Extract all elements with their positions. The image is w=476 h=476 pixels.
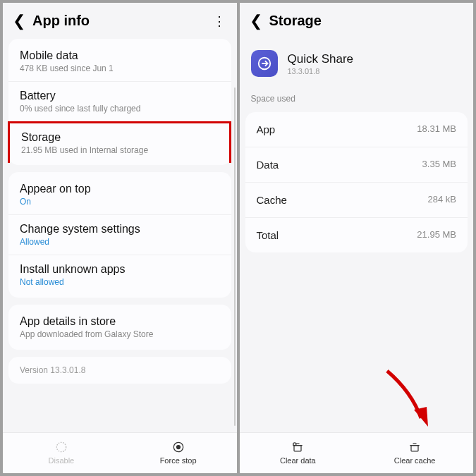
row-title: Battery	[20, 90, 220, 102]
bottom-bar: Clear data Clear cache	[240, 432, 474, 473]
store-section: App details in store App downloaded from…	[8, 305, 231, 350]
svg-rect-7	[411, 446, 418, 451]
force-stop-icon	[171, 440, 185, 454]
disable-icon	[54, 440, 68, 454]
app-info-screen: ❮ App info ⋮ Mobile data 478 KB used sin…	[3, 3, 237, 473]
force-stop-button[interactable]: Force stop	[120, 440, 237, 465]
space-used-label: Space used	[240, 90, 474, 109]
svg-point-6	[293, 443, 296, 446]
more-icon[interactable]: ⋮	[213, 13, 226, 29]
button-label: Force stop	[160, 456, 197, 465]
page-title: App info	[32, 13, 90, 29]
stat-label: App	[257, 123, 276, 135]
stat-value: 3.35 MB	[422, 159, 456, 171]
storage-screen: ❮ Storage Quick Share 13.3.01.8 Space us…	[240, 3, 474, 473]
row-app-details-store[interactable]: App details in store App downloaded from…	[8, 307, 231, 347]
stat-label: Total	[257, 229, 279, 241]
svg-point-0	[56, 442, 66, 451]
row-mobile-data[interactable]: Mobile data 478 KB used since Jun 1	[8, 42, 231, 82]
row-sub: App downloaded from Galaxy Store	[20, 329, 220, 339]
row-battery[interactable]: Battery 0% used since last fully charged	[8, 82, 231, 122]
trash-icon	[291, 440, 305, 454]
row-title: Mobile data	[20, 49, 220, 62]
app-header: Quick Share 13.3.01.8	[240, 39, 474, 90]
scrollbar[interactable]	[234, 87, 236, 426]
row-appear-on-top[interactable]: Appear on top On	[8, 175, 231, 215]
button-label: Clear cache	[394, 456, 436, 465]
space-used-section: App 18.31 MB Data 3.35 MB Cache 284 kB T…	[245, 112, 468, 252]
row-title: Install unknown apps	[20, 263, 220, 276]
stat-cache: Cache 284 kB	[245, 183, 468, 218]
back-icon[interactable]: ❮	[13, 13, 25, 29]
row-sub: 478 KB used since Jun 1	[20, 63, 220, 73]
permissions-section: Appear on top On Change system settings …	[8, 172, 231, 298]
header: ❮ App info ⋮	[3, 3, 237, 39]
quick-share-icon	[251, 50, 278, 77]
stat-data: Data 3.35 MB	[245, 147, 468, 183]
app-version: 13.3.01.8	[288, 67, 354, 75]
content: Quick Share 13.3.01.8 Space used App 18.…	[240, 39, 474, 432]
version-section: Version 13.3.01.8	[8, 357, 231, 384]
row-storage[interactable]: Storage 21.95 MB used in Internal storag…	[8, 121, 231, 163]
stat-value: 284 kB	[428, 194, 456, 206]
trash-icon	[408, 440, 422, 454]
row-sub: 0% used since last fully charged	[20, 104, 220, 114]
row-install-unknown-apps[interactable]: Install unknown apps Not allowed	[8, 255, 231, 295]
version-label: Version 13.3.01.8	[8, 357, 231, 384]
header: ❮ Storage	[240, 3, 474, 39]
bottom-bar: Disable Force stop	[3, 432, 237, 473]
button-label: Disable	[49, 456, 75, 465]
button-label: Clear data	[280, 456, 316, 465]
clear-data-button[interactable]: Clear data	[240, 440, 357, 465]
row-sub: On	[20, 197, 220, 207]
svg-point-2	[176, 446, 180, 449]
row-title: Change system settings	[20, 223, 220, 236]
stat-value: 18.31 MB	[417, 123, 456, 135]
row-title: App details in store	[20, 315, 220, 328]
app-name: Quick Share	[288, 52, 354, 66]
row-sub: 21.95 MB used in Internal storage	[21, 145, 218, 155]
clear-cache-button[interactable]: Clear cache	[356, 440, 473, 465]
stat-total: Total 21.95 MB	[245, 218, 468, 252]
svg-rect-5	[294, 446, 301, 451]
row-title: Storage	[21, 131, 218, 144]
stat-app: App 18.31 MB	[245, 112, 468, 147]
row-sub: Not allowed	[20, 277, 220, 287]
stat-label: Cache	[257, 194, 287, 206]
row-change-system-settings[interactable]: Change system settings Allowed	[8, 215, 231, 255]
content: Mobile data 478 KB used since Jun 1 Batt…	[3, 39, 237, 432]
usage-section: Mobile data 478 KB used since Jun 1 Batt…	[8, 39, 231, 165]
row-sub: Allowed	[20, 237, 220, 247]
stat-label: Data	[257, 159, 279, 171]
stat-value: 21.95 MB	[417, 229, 456, 241]
row-title: Appear on top	[20, 183, 220, 195]
app-meta: Quick Share 13.3.01.8	[288, 52, 354, 75]
disable-button: Disable	[3, 440, 120, 465]
back-icon[interactable]: ❮	[250, 13, 262, 29]
page-title: Storage	[269, 13, 322, 29]
